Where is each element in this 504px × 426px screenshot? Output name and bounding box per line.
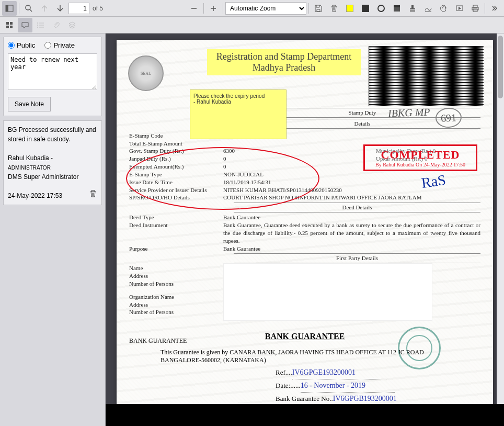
attachments-view-button[interactable]	[49, 18, 64, 32]
page-number-input[interactable]	[68, 3, 89, 14]
svg-rect-1	[6, 5, 8, 12]
palette-icon[interactable]	[437, 1, 451, 16]
note-textarea[interactable]: Need to renew next year	[8, 53, 97, 90]
comment-author-line: Rahul Kubadia - ADMINISTRATOR	[8, 153, 97, 172]
svg-rect-8	[394, 5, 400, 7]
footer-blackbar	[106, 404, 504, 426]
stamp-button[interactable]	[405, 1, 420, 16]
rectangle-annot-button[interactable]	[358, 1, 373, 16]
document-header: Registration and Stamp Department Madhya…	[207, 49, 361, 75]
save-note-button[interactable]: Save Note	[8, 97, 51, 111]
svg-point-23	[37, 23, 38, 24]
govt-seal-image: SEAL	[128, 55, 164, 91]
field-label: Deed Instrument	[129, 221, 223, 245]
comment-timestamp: 24-May-2022 17:53	[8, 191, 97, 200]
sidebar-panel: Public Private Need to renew next year S…	[0, 33, 106, 426]
prev-page-button[interactable]	[37, 1, 52, 16]
visibility-public-option[interactable]: Public	[8, 41, 35, 49]
svg-point-11	[445, 7, 446, 8]
field-label: Address	[129, 301, 223, 309]
visibility-private-option[interactable]: Private	[44, 41, 74, 49]
print-icon[interactable]	[468, 1, 483, 16]
bg-intro-text: This Guarantee is given by CANARA BANK, …	[129, 349, 480, 364]
svg-rect-19	[10, 26, 13, 28]
comment-body: BG Processed successfully and stored in …	[8, 125, 97, 144]
search-button[interactable]	[21, 1, 36, 16]
field-value: Bank Guarantee, Guarantee deed executed …	[223, 221, 480, 245]
main-toolbar: of 5 Automatic Zoom	[0, 0, 504, 17]
scrollbar-thumb[interactable]	[498, 36, 503, 98]
svg-rect-18	[6, 26, 9, 28]
comment-org: DMS Super Administrator	[8, 172, 97, 182]
vertical-scrollbar[interactable]	[497, 33, 504, 426]
bg-side-title: BANK GUARANTEE	[129, 337, 187, 345]
sticky-note-annotation[interactable]: Please check the expiry period - Rahul K…	[190, 89, 287, 139]
svg-point-25	[37, 27, 38, 28]
public-radio[interactable]	[8, 42, 15, 49]
barcode-image	[369, 46, 484, 106]
field-label: Address	[129, 272, 223, 280]
save-icon[interactable]	[311, 1, 326, 16]
field-label: Organization Name	[129, 293, 223, 301]
sidebar-toggle-button[interactable]	[2, 1, 17, 16]
svg-rect-13	[473, 5, 477, 7]
completed-stamp: COMPLETED By Rahul Kubadia On 24-May-202…	[363, 144, 477, 171]
svg-point-10	[443, 6, 444, 7]
new-note-box: Public Private Need to renew next year S…	[3, 37, 102, 116]
private-label: Private	[53, 41, 74, 49]
zoom-select[interactable]: Automatic Zoom	[225, 2, 306, 15]
field-label: Number of Persons	[129, 308, 223, 316]
comments-view-button[interactable]	[18, 18, 32, 32]
field-label: Total E-Stamp Amount	[129, 140, 223, 148]
outline-view-button[interactable]	[33, 18, 48, 32]
section-first-party: First Party Details	[234, 253, 480, 263]
svg-point-2	[26, 5, 30, 10]
svg-rect-17	[10, 22, 13, 25]
svg-rect-16	[6, 22, 9, 25]
zoom-out-button[interactable]	[187, 1, 201, 16]
circle-annot-button[interactable]	[374, 1, 388, 16]
field-label: Name	[129, 264, 223, 272]
sidebar-toolbar	[0, 17, 504, 33]
page-count-label: of 5	[93, 5, 103, 12]
red-oval-annotation[interactable]	[126, 147, 319, 210]
bg-field-row: Date:......16 - November - 2019	[276, 379, 480, 393]
private-radio[interactable]	[44, 42, 51, 49]
comment-item: BG Processed successfully and stored in …	[3, 120, 102, 205]
next-page-button[interactable]	[53, 1, 67, 16]
delete-comment-button[interactable]	[89, 189, 97, 200]
handwritten-text: IBKG MP	[388, 106, 430, 120]
thumbnails-view-button[interactable]	[2, 18, 17, 32]
svg-point-24	[37, 25, 38, 26]
svg-point-9	[442, 7, 443, 8]
field-value: Bank Gaurantee	[223, 245, 480, 253]
document-viewer[interactable]: SEAL Registration and Stamp Department M…	[106, 33, 504, 426]
public-label: Public	[17, 41, 35, 49]
zoom-in-button[interactable]	[206, 1, 221, 16]
highlight-color-button[interactable]	[342, 1, 357, 16]
delete-icon[interactable]	[327, 1, 341, 16]
field-label: Purpose	[129, 245, 223, 253]
svg-line-3	[30, 9, 32, 12]
note-annot-button[interactable]	[390, 1, 404, 16]
pdf-page: SEAL Registration and Stamp Department M…	[117, 40, 493, 426]
sign-button[interactable]	[421, 1, 436, 16]
more-tools-button[interactable]	[487, 1, 502, 16]
bg-field-row: Bank Guarantee No..IV6GPGB193200001	[276, 393, 480, 406]
bg-field-row: Ref....IV6GPGE193200001	[276, 366, 480, 379]
field-label: Number of Persons	[129, 280, 223, 288]
presentation-icon[interactable]	[452, 1, 467, 16]
field-value: Bank Gaurantee	[223, 214, 480, 221]
layers-view-button[interactable]	[65, 18, 79, 32]
signature-mark: RaS	[420, 172, 447, 192]
field-label: Deed Type	[129, 214, 223, 221]
